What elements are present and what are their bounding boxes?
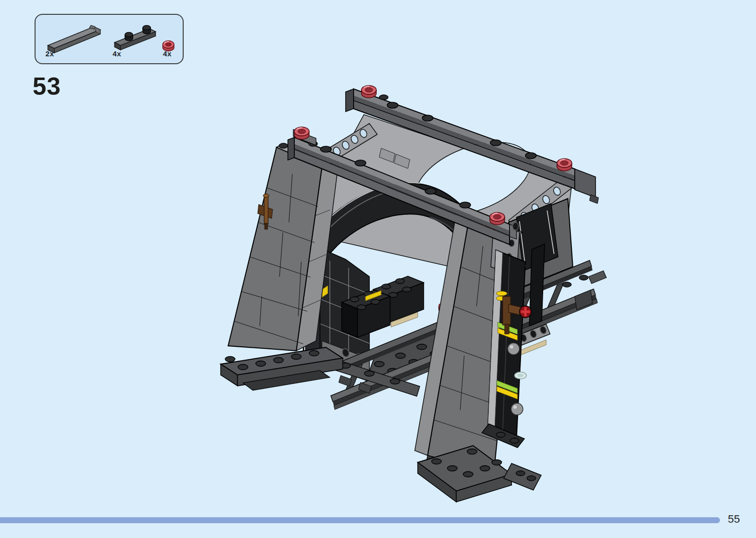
trans-red-round-tile bbox=[294, 127, 309, 139]
instruction-page: 2x 4x 4x 53 bbox=[0, 0, 756, 538]
model-illustration bbox=[0, 0, 756, 538]
gray-ball-knob bbox=[508, 343, 519, 355]
left-base-plate bbox=[221, 347, 343, 390]
trans-red-round-tile bbox=[490, 212, 505, 225]
trans-red-round-tile bbox=[361, 85, 376, 98]
gray-ball-knob bbox=[511, 403, 523, 415]
progress-bar bbox=[0, 517, 720, 523]
page-number: 55 bbox=[728, 513, 753, 526]
trans-red-round-tile bbox=[557, 159, 572, 171]
